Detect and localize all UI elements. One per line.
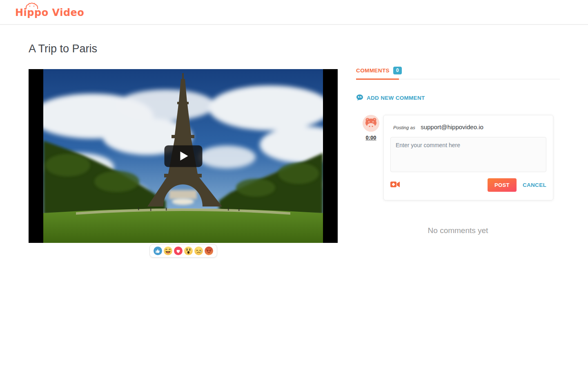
love-reaction-icon[interactable] [174, 247, 183, 255]
app-header: Hippo Video [0, 0, 588, 25]
post-button[interactable]: POST [488, 178, 517, 192]
comment-card-footer: POST CANCEL [390, 178, 546, 192]
tab-comments[interactable]: COMMENTS 0 [356, 65, 402, 74]
add-new-comment-button[interactable]: ADD NEW COMMENT [356, 94, 425, 101]
video-camera-plus-icon [390, 181, 400, 188]
haha-reaction-icon[interactable] [164, 247, 172, 255]
posting-as-label: Posting as [393, 125, 415, 130]
comment-input[interactable] [390, 137, 546, 172]
comments-count-badge: 0 [393, 67, 402, 74]
avatar [363, 115, 379, 132]
posting-as-row: Posting as support@hippovideo.io [393, 123, 546, 131]
comments-panel: COMMENTS 0 ADD NEW COMMENT [356, 65, 560, 311]
reactions-bar [149, 244, 217, 258]
video-player[interactable] [29, 69, 338, 243]
posting-as-email: support@hippovideo.io [421, 123, 483, 130]
comment-card: Posting as support@hippovideo.io POST CA… [383, 115, 553, 200]
sad-reaction-icon[interactable] [194, 247, 203, 255]
wow-reaction-icon[interactable] [184, 247, 193, 255]
comment-bubble-icon [356, 94, 363, 101]
hippo-head-icon [25, 2, 39, 9]
video-timestamp-link[interactable]: 0:00 [365, 135, 376, 141]
like-reaction-icon[interactable] [154, 247, 162, 255]
play-icon [180, 152, 188, 161]
tab-active-indicator [356, 79, 399, 80]
no-comments-message: No comments yet [356, 226, 560, 235]
comments-tab-bar: COMMENTS 0 [356, 65, 560, 79]
hippo-video-logo[interactable]: Hippo Video [15, 7, 84, 18]
cancel-button[interactable]: CANCEL [523, 182, 546, 188]
page-title: A Trip to Paris [29, 43, 97, 55]
play-button[interactable] [164, 145, 202, 167]
tab-comments-label: COMMENTS [356, 67, 390, 74]
angry-reaction-icon[interactable] [205, 247, 213, 255]
record-video-comment-button[interactable] [390, 181, 400, 189]
add-new-comment-label: ADD NEW COMMENT [367, 95, 425, 101]
